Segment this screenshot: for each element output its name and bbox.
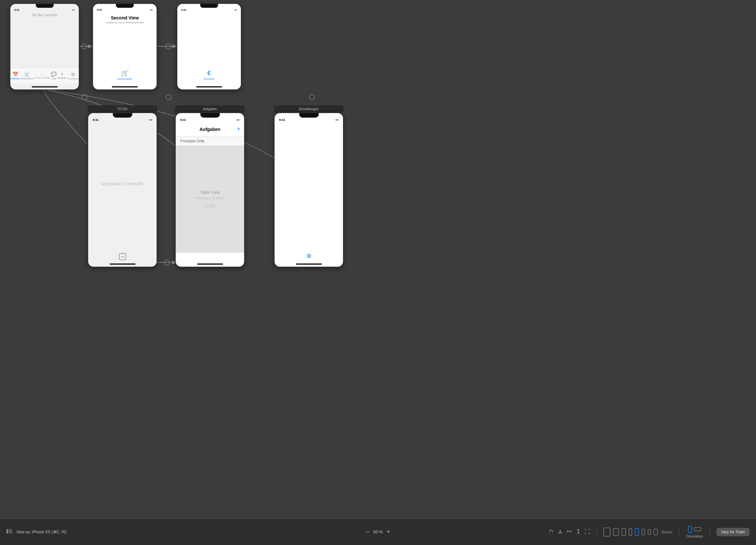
time-aufgaben: 9:41 (180, 118, 186, 122)
svg-rect-12 (558, 533, 562, 533)
home-indicator-aufgaben (197, 264, 223, 265)
signal-todo: ▪▪▪ (149, 118, 152, 122)
device-selector: Device (603, 527, 673, 537)
device-iphone-slim-btn[interactable] (629, 528, 632, 536)
aufgaben-wrapper: Aufgaben 9:41 ▪▪▪ Aufgaben + Prototype C… (175, 105, 245, 264)
toolbar-left-section: View as: iPhone XS (⌘C ↑R) (6, 529, 66, 535)
svg-point-6 (166, 95, 171, 100)
second-view-subtitle: Loaded by SecondViewController (96, 21, 154, 24)
svg-rect-22 (694, 527, 701, 531)
nav-controller-label: Navigation Controller (88, 122, 157, 245)
second-view-title: Second View (96, 15, 154, 20)
zoom-out-btn[interactable]: − (365, 528, 371, 535)
svg-rect-21 (688, 526, 692, 533)
aufgaben-table-body: Table View Prototype Content To DO (176, 146, 244, 253)
zoom-in-btn[interactable]: + (385, 528, 392, 535)
home-indicator-second (112, 86, 138, 88)
signal-einstellungen: ▪▪▪ (335, 118, 338, 122)
download-btn[interactable] (558, 529, 563, 535)
view-as-label: View as: iPhone XS (⌘C ↑R) (16, 530, 66, 534)
einstellungen-bottom-icon: ⚙ (306, 253, 312, 260)
device-iphone-small-btn[interactable] (648, 529, 651, 535)
orientation-label: Orientation (686, 534, 703, 538)
vary-for-traits-btn[interactable]: Vary for Traits (716, 528, 750, 536)
signal-aufgaben: ▪▪▪ (236, 118, 240, 122)
time-third: 9:41 (181, 8, 186, 11)
svg-point-7 (309, 95, 314, 100)
signal-third: ▪▪▪ (234, 8, 237, 11)
fit-height-btn[interactable] (576, 529, 581, 535)
toolbar-right-section: Device Orientation Vary for Traits (549, 526, 750, 538)
device-ipad-pro-btn[interactable] (654, 529, 658, 535)
tab-kalender[interactable]: 📅 Kalender (11, 72, 20, 80)
svg-point-3 (81, 44, 87, 49)
fit-all-btn[interactable] (585, 529, 590, 535)
fit-width-btn[interactable] (567, 529, 572, 535)
time-todo: 9:41 (93, 118, 99, 122)
undo-btn[interactable] (549, 529, 554, 535)
table-view-label: Table View (200, 190, 220, 195)
toolbar-center-section: − 50 % + (365, 528, 392, 535)
einstellungen-wrapper: Einstellungen 9:41 ▪▪▪ ⚙ (274, 105, 344, 264)
svg-point-4 (166, 44, 171, 49)
panel-toggle-btn[interactable] (6, 529, 12, 535)
svg-rect-19 (648, 529, 651, 535)
time-second: 9:41 (97, 8, 102, 11)
prototype-cells-header: Prototype Cells (176, 136, 244, 146)
tab-bar: 📅 Kalender 🛒 Einkaufsliste ✓ Tab Bar Con… (10, 67, 79, 84)
tab-einstellungen[interactable]: ⚙ Einstellungen (68, 72, 78, 80)
orientation-section: Orientation (686, 526, 703, 538)
device-iphone-tall-btn[interactable] (621, 528, 626, 536)
aufgaben-plus-btn[interactable]: + (237, 126, 240, 133)
device-iphone-se-btn[interactable] (642, 529, 645, 535)
svg-point-8 (164, 260, 170, 265)
todo-nav-wrapper: TO DO 9:41 ▪▪▪ Navigation Controller (88, 105, 157, 264)
todo-placeholder-text: To DO (204, 204, 216, 209)
toolbar-divider3 (710, 527, 710, 537)
einstellungen-content (275, 122, 343, 249)
bottom-toolbar: View as: iPhone XS (⌘C ↑R) − 50 % + (0, 518, 756, 545)
todo-header-bar: TO DO (88, 105, 157, 113)
svg-rect-13 (604, 528, 610, 536)
aufgaben-header-bar: Aufgaben (175, 105, 245, 113)
tab-todo[interactable]: ✓ Tab Bar Controller (34, 73, 50, 79)
third-view-wrapper: 9:41 ▪▪▪ € Schulden (177, 3, 242, 90)
orientation-landscape-btn[interactable] (694, 527, 701, 531)
aufgaben-nav-bar: Aufgaben + (176, 122, 244, 136)
einstellungen-header-bar: Einstellungen (274, 105, 344, 113)
device-ipad-large-btn[interactable] (603, 527, 610, 537)
table-view-sublabel: Prototype Content (195, 196, 224, 200)
time-einstellungen: 9:41 (279, 118, 285, 122)
tab-bar-controller-label: Tab Bar Controller (10, 12, 79, 18)
home-indicator-einstellungen (296, 264, 322, 265)
svg-rect-10 (9, 529, 12, 534)
svg-rect-9 (6, 529, 8, 534)
tab-schulden[interactable]: € Schulden (57, 72, 67, 79)
home-indicator-tabbar (32, 86, 58, 88)
svg-rect-16 (629, 528, 632, 536)
orientation-portrait-btn[interactable] (688, 526, 692, 533)
tab-chat[interactable]: 💬 Chat (51, 72, 56, 80)
svg-rect-14 (613, 528, 619, 536)
svg-rect-18 (642, 529, 645, 535)
device-label: Device (662, 530, 673, 534)
tab-bar-controller-wrapper: 9:41 ▪▪▪ Tab Bar Controller 📅 Kalender 🛒… (10, 3, 79, 90)
time-display: 9:41 (14, 8, 19, 11)
tab-einkaufsliste[interactable]: 🛒 Einkaufsliste (21, 72, 33, 80)
device-ipad-btn[interactable] (613, 528, 619, 536)
third-view-tab-label: Schulden (204, 77, 214, 80)
svg-rect-15 (622, 528, 626, 536)
device-iphone-xs-btn[interactable] (635, 528, 639, 536)
home-indicator-third (196, 86, 222, 88)
zoom-level-label: 50 % (373, 529, 383, 534)
signal-second: ▪▪▪ (150, 8, 153, 11)
toolbar-divider2 (679, 527, 679, 537)
svg-point-5 (82, 95, 87, 100)
home-indicator-todo (110, 264, 136, 265)
storyboard-canvas: 9:41 ▪▪▪ Tab Bar Controller 📅 Kalender 🛒… (0, 0, 756, 518)
second-view-wrapper: 9:41 ▪▪▪ Second View Loaded by SecondVie… (92, 3, 157, 90)
signal-display: ▪▪▪ (72, 8, 75, 11)
second-view-tab-label: Einkaufsliste (118, 77, 132, 80)
svg-rect-20 (654, 529, 657, 535)
svg-rect-17 (635, 528, 639, 536)
